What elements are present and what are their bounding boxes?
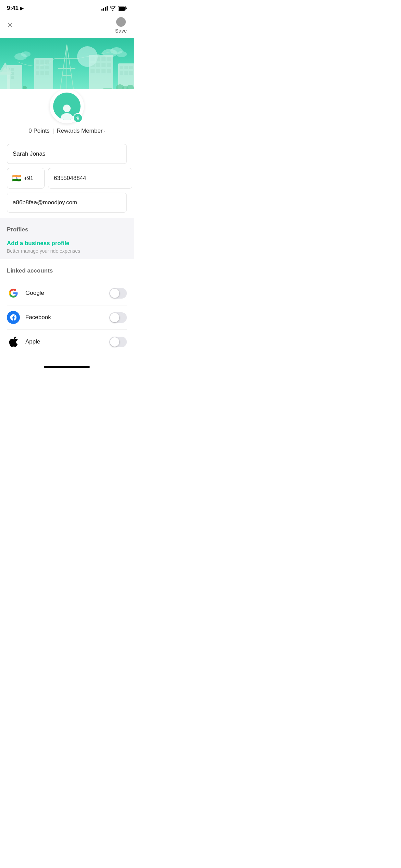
svg-rect-30 xyxy=(36,66,39,69)
svg-rect-53 xyxy=(120,71,123,75)
google-toggle[interactable] xyxy=(109,288,127,299)
svg-rect-33 xyxy=(36,71,39,75)
svg-point-6 xyxy=(21,51,31,57)
svg-rect-28 xyxy=(40,60,44,64)
svg-line-25 xyxy=(67,45,74,91)
close-button[interactable]: ✕ xyxy=(7,21,13,30)
apple-icon xyxy=(7,335,20,348)
svg-rect-43 xyxy=(101,63,106,67)
svg-rect-44 xyxy=(107,63,111,67)
avatar-wrapper[interactable]: ♛ xyxy=(50,89,84,123)
apple-account-left: Apple xyxy=(7,335,40,348)
phone-row: 🇮🇳 +91 xyxy=(7,168,127,189)
points-label: 0 Points xyxy=(28,128,49,134)
phone-input[interactable] xyxy=(48,168,132,189)
svg-rect-35 xyxy=(45,71,49,75)
facebook-icon xyxy=(7,311,20,324)
form-section: 🇮🇳 +91 xyxy=(0,137,134,213)
svg-point-4 xyxy=(117,51,127,57)
home-indicator xyxy=(44,366,90,368)
svg-rect-42 xyxy=(96,63,100,67)
signal-bars-icon xyxy=(101,6,108,11)
svg-rect-47 xyxy=(101,69,106,73)
svg-rect-51 xyxy=(124,66,128,69)
svg-rect-48 xyxy=(107,69,111,73)
apple-toggle[interactable] xyxy=(109,337,127,347)
svg-rect-34 xyxy=(40,71,44,75)
svg-rect-55 xyxy=(129,71,133,75)
svg-rect-46 xyxy=(96,69,100,73)
status-icons xyxy=(101,6,127,11)
status-time: 9:41 ▶ xyxy=(7,5,24,12)
crown-badge: ♛ xyxy=(73,113,83,123)
status-bar: 9:41 ▶ xyxy=(0,0,134,14)
rewards-label: Rewards Member xyxy=(57,128,102,134)
battery-icon xyxy=(118,6,127,11)
apple-account-row: Apple xyxy=(7,330,127,354)
rewards-member-link[interactable]: Rewards Member › xyxy=(57,128,105,134)
country-code: +91 xyxy=(24,175,33,181)
profiles-title: Profiles xyxy=(7,226,127,233)
linked-accounts-section: Linked accounts Google xyxy=(0,259,134,354)
nav-bar: ✕ Save xyxy=(0,14,134,38)
svg-rect-27 xyxy=(36,60,39,64)
svg-point-69 xyxy=(61,113,73,120)
flag-icon: 🇮🇳 xyxy=(12,174,21,183)
country-picker[interactable]: 🇮🇳 +91 xyxy=(7,168,45,189)
apple-label: Apple xyxy=(25,338,40,345)
svg-rect-45 xyxy=(90,69,95,73)
google-account-left: Google xyxy=(7,287,44,300)
apple-toggle-knob xyxy=(110,337,119,347)
svg-point-56 xyxy=(77,46,98,67)
svg-rect-16 xyxy=(11,76,14,79)
svg-rect-40 xyxy=(107,57,111,61)
svg-rect-50 xyxy=(120,66,123,69)
profiles-section: Profiles Add a business profile Better m… xyxy=(0,218,134,259)
google-label: Google xyxy=(25,290,44,297)
svg-rect-54 xyxy=(124,71,128,75)
facebook-account-left: Facebook xyxy=(7,311,51,324)
avatar-section: ♛ 0 Points | Rewards Member › xyxy=(0,89,134,137)
facebook-label: Facebook xyxy=(25,314,51,321)
svg-rect-32 xyxy=(45,66,49,69)
chevron-right-icon: › xyxy=(104,129,105,134)
avatar-placeholder xyxy=(116,17,126,27)
svg-rect-52 xyxy=(129,66,133,69)
svg-rect-1 xyxy=(119,7,125,10)
svg-rect-31 xyxy=(40,66,44,69)
svg-rect-12 xyxy=(11,68,14,71)
add-business-desc: Better manage your ride expenses xyxy=(7,248,127,254)
points-divider: | xyxy=(52,128,54,134)
svg-point-68 xyxy=(63,105,71,112)
crown-icon: ♛ xyxy=(76,116,80,121)
linked-accounts-title: Linked accounts xyxy=(7,267,127,274)
svg-rect-29 xyxy=(45,60,49,64)
email-input[interactable] xyxy=(7,193,127,213)
location-icon: ▶ xyxy=(20,5,24,11)
facebook-toggle-knob xyxy=(110,313,119,322)
svg-line-24 xyxy=(60,45,67,91)
google-toggle-knob xyxy=(110,289,119,298)
google-account-row: Google xyxy=(7,281,127,305)
svg-rect-39 xyxy=(101,57,106,61)
facebook-account-row: Facebook xyxy=(7,305,127,330)
google-icon xyxy=(7,287,20,300)
points-row[interactable]: 0 Points | Rewards Member › xyxy=(28,128,105,134)
facebook-toggle[interactable] xyxy=(109,312,127,323)
wifi-icon xyxy=(110,6,116,11)
name-input[interactable] xyxy=(7,144,127,164)
add-business-link[interactable]: Add a business profile xyxy=(7,240,127,247)
save-button[interactable]: Save xyxy=(115,17,127,34)
